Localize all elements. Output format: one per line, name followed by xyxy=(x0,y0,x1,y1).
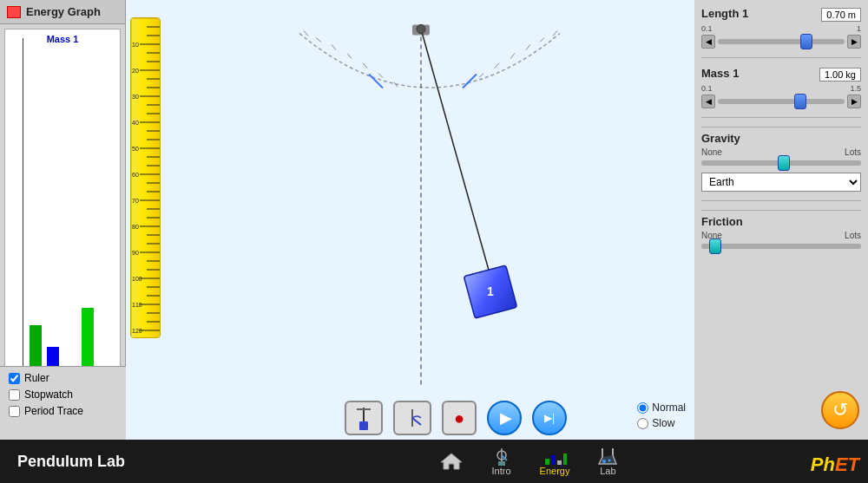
mass-increase-btn[interactable]: ▶ xyxy=(847,95,861,108)
normal-speed-radio[interactable] xyxy=(637,402,648,414)
period-trace-checkbox-row[interactable]: Period Trace xyxy=(9,405,117,417)
friction-labels: None Lots xyxy=(701,231,861,240)
friction-slider-track[interactable] xyxy=(701,244,861,249)
mass-control: Mass 1 1.00 kg 0.1 1.5 ◀ ▶ xyxy=(701,67,861,108)
length-header: Length 1 0.70 m xyxy=(701,7,861,23)
right-panel: Length 1 0.70 m 0.1 1 ◀ ▶ Mass 1 1.00 kg… xyxy=(694,0,868,440)
nav-home[interactable] xyxy=(426,447,477,475)
mass-slider-row: ◀ ▶ xyxy=(701,95,861,108)
friction-slider-thumb[interactable] xyxy=(709,238,721,254)
tab-intro[interactable]: Intro xyxy=(477,442,527,480)
length-value: 0.70 m xyxy=(821,8,861,22)
slow-speed-option[interactable]: Slow xyxy=(637,417,686,429)
phet-logo: PhET xyxy=(811,454,859,476)
gravity-control: Gravity None Lots Earth Moon Jupiter Cus… xyxy=(701,127,861,192)
svg-rect-32 xyxy=(545,459,549,465)
record-icon: ● xyxy=(454,408,464,428)
ruler-label: Ruler xyxy=(24,372,49,384)
slow-speed-radio[interactable] xyxy=(637,418,648,429)
length-slider-track[interactable] xyxy=(718,39,845,44)
mass-decrease-btn[interactable]: ◀ xyxy=(701,95,715,108)
lab-tab-label: Lab xyxy=(600,466,615,476)
intro-tab-label: Intro xyxy=(492,466,511,476)
friction-control: Friction None Lots xyxy=(701,210,861,252)
friction-label: Friction xyxy=(701,215,861,228)
checkbox-area: Ruler Stopwatch Period Trace xyxy=(0,366,126,440)
length-slider-row: ◀ ▶ xyxy=(701,35,861,49)
svg-point-39 xyxy=(608,460,611,462)
svg-line-20 xyxy=(369,75,383,88)
speed-area: Normal Slow xyxy=(637,401,686,429)
lab-tab-icon xyxy=(595,447,620,466)
mass-slider-track[interactable] xyxy=(718,99,845,104)
gravity-slider-track[interactable] xyxy=(701,160,861,166)
mass-slider-thumb[interactable] xyxy=(794,94,806,109)
ruler-checkbox-row[interactable]: Ruler xyxy=(9,372,117,384)
simulation-area: // Ruler ticks rendered via SVG below xyxy=(126,0,694,440)
svg-line-9 xyxy=(479,74,483,78)
svg-marker-27 xyxy=(441,454,462,469)
stopwatch-checkbox-row[interactable]: Stopwatch xyxy=(9,388,117,401)
pendulum-tool-icon xyxy=(353,406,374,430)
refresh-icon: ↺ xyxy=(832,399,848,421)
energy-graph-title: Energy Graph xyxy=(26,5,101,18)
length-control: Length 1 0.70 m 0.1 1 ◀ ▶ xyxy=(701,7,861,49)
svg-line-6 xyxy=(378,74,383,78)
gravity-label: Gravity xyxy=(701,132,861,145)
reset-pendulum-tool-button[interactable] xyxy=(345,401,383,435)
svg-line-11 xyxy=(510,54,515,59)
svg-line-3 xyxy=(332,45,336,50)
svg-line-10 xyxy=(495,63,499,69)
svg-line-1 xyxy=(304,31,308,36)
mass-minmax: 0.1 1.5 xyxy=(701,84,861,93)
stopwatch-checkbox[interactable] xyxy=(9,389,20,401)
svg-text:1: 1 xyxy=(487,284,494,298)
energy-tab-icon xyxy=(542,447,567,466)
tab-lab[interactable]: Lab xyxy=(582,442,633,480)
divider-3 xyxy=(701,200,861,201)
length-decrease-btn[interactable]: ◀ xyxy=(701,35,715,49)
pendulum-svg: 1 xyxy=(126,0,694,440)
intro-tab-icon xyxy=(490,447,514,466)
svg-line-16 xyxy=(421,29,490,277)
mass-header: Mass 1 1.00 kg xyxy=(701,67,861,82)
graph-area: Mass 1 KE PE Etherm Etotal 🔒 xyxy=(4,29,121,404)
divider-2 xyxy=(701,117,861,118)
playback-area: ● ▶ ▶| xyxy=(260,401,651,435)
svg-point-38 xyxy=(602,460,606,463)
svg-line-14 xyxy=(553,31,557,36)
svg-rect-23 xyxy=(359,421,368,430)
length-increase-btn[interactable]: ▶ xyxy=(847,35,861,49)
divider-1 xyxy=(701,57,861,58)
length-minmax: 0.1 1 xyxy=(701,24,861,33)
energy-graph-header: Energy Graph xyxy=(0,0,125,24)
svg-line-26 xyxy=(412,418,421,425)
svg-point-17 xyxy=(417,25,425,34)
step-icon: ▶| xyxy=(544,412,555,424)
home-icon xyxy=(439,452,464,471)
gravity-dropdown[interactable]: Earth Moon Jupiter Custom xyxy=(701,173,861,192)
svg-rect-34 xyxy=(557,460,562,465)
gravity-slider-thumb[interactable] xyxy=(778,155,790,171)
tab-energy[interactable]: Energy xyxy=(527,442,583,480)
svg-line-5 xyxy=(363,63,367,69)
normal-speed-label: Normal xyxy=(652,401,686,414)
length-label: Length 1 xyxy=(701,7,748,20)
energy-tab-label: Energy xyxy=(540,466,570,476)
ruler-checkbox[interactable] xyxy=(9,373,20,384)
energy-graph-icon xyxy=(7,6,21,18)
svg-line-13 xyxy=(540,38,544,42)
svg-rect-33 xyxy=(551,455,556,465)
play-button[interactable]: ▶ xyxy=(487,401,522,435)
step-button[interactable]: ▶| xyxy=(532,401,567,435)
bottom-bar: Pendulum Lab Intro Ene xyxy=(0,440,868,483)
period-trace-checkbox[interactable] xyxy=(9,406,20,417)
svg-line-2 xyxy=(316,38,321,42)
period-trace-label: Period Trace xyxy=(24,405,83,417)
refresh-button[interactable]: ↺ xyxy=(821,391,859,429)
length-slider-thumb[interactable] xyxy=(800,34,812,49)
normal-speed-option[interactable]: Normal xyxy=(637,401,686,414)
angle-tool-button[interactable] xyxy=(393,401,431,435)
record-button[interactable]: ● xyxy=(442,401,477,435)
mass-label: Mass 1 xyxy=(701,67,739,80)
